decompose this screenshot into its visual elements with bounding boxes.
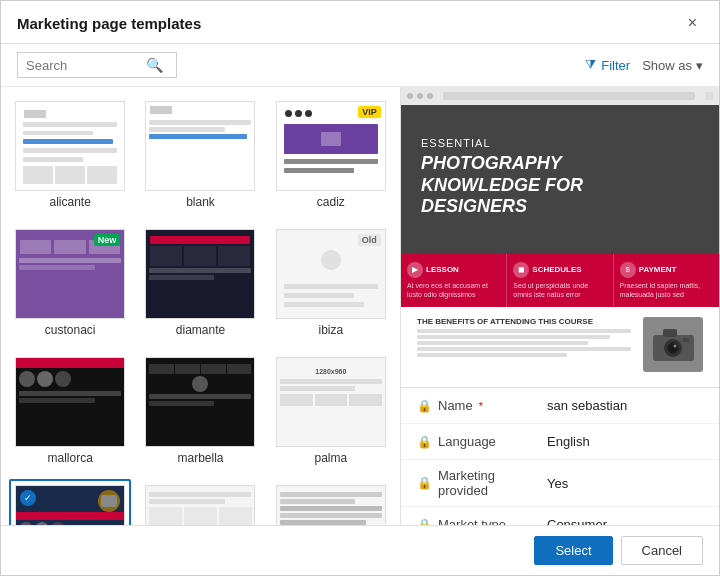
template-name-mallorca: mallorca	[47, 451, 92, 465]
payment-label: PAYMENT	[639, 265, 677, 274]
hero-eyebrow: ESSENTIAL	[421, 137, 699, 149]
preview-course-title: THE BENEFITS OF ATTENDING THIS COURSE	[417, 317, 631, 326]
prop-value-marketing: Yes	[547, 476, 703, 491]
search-box: 🔍	[17, 52, 177, 78]
template-item-mallorca[interactable]: mallorca	[9, 351, 131, 471]
template-thumb-san-sebastian: ✓ 🔍	[15, 485, 125, 525]
feature-row: ▶ LESSON At vero eos et accusam et iusto…	[401, 254, 719, 307]
dialog-body: alicante blank VIP	[1, 87, 719, 525]
template-thumb-sitges	[145, 485, 255, 525]
feature-item-lesson: ▶ LESSON At vero eos et accusam et iusto…	[401, 254, 507, 307]
template-thumb-alicante	[15, 101, 125, 191]
select-button[interactable]: Select	[534, 536, 612, 565]
template-item-diamante[interactable]: diamante	[139, 223, 261, 343]
search-icon-button[interactable]: 🔍	[146, 57, 163, 73]
template-item-blank[interactable]: blank	[139, 95, 261, 215]
schedules-label: SCHEDULES	[532, 265, 581, 274]
browser-dot	[407, 93, 413, 99]
properties-area: 🔒 Name * san sebastian 🔒 Language Englis…	[401, 387, 719, 525]
template-item-palma[interactable]: 1280x960 palma	[270, 351, 392, 471]
browser-url-bar	[443, 92, 695, 100]
prop-label-text-marketing: Marketing provided	[438, 468, 547, 498]
text-line	[417, 341, 588, 345]
template-item-struct-1[interactable]: struct-1	[270, 479, 392, 525]
text-line	[417, 347, 631, 351]
template-thumb-struct-1	[276, 485, 386, 525]
browser-dot	[427, 93, 433, 99]
template-item-cadiz[interactable]: VIP cadiz	[270, 95, 392, 215]
preview-inner: ESSENTIAL PHOTOGRAPHY KNOWLEDGE FOR DESI…	[401, 87, 719, 387]
lesson-icon: ▶	[407, 262, 423, 278]
template-badge-vip: VIP	[358, 106, 381, 118]
prop-row-language: 🔒 Language English	[401, 424, 719, 460]
template-name-palma: palma	[314, 451, 347, 465]
svg-rect-6	[683, 338, 689, 342]
prop-row-marketing: 🔒 Marketing provided Yes	[401, 460, 719, 507]
toolbar: 🔍 ⧩ Filter Show as ▾	[1, 44, 719, 87]
schedules-text: Sed ut perspiciatis unde omnis iste natu…	[513, 281, 606, 299]
preview-hero: ESSENTIAL PHOTOGRAPHY KNOWLEDGE FOR DESI…	[401, 105, 719, 254]
preview-bottom-lines	[417, 329, 631, 357]
template-thumb-custonaci: New	[15, 229, 125, 319]
dialog-header: Marketing page templates ×	[1, 1, 719, 44]
camera-image	[643, 317, 703, 372]
lock-icon: 🔒	[417, 476, 432, 490]
prop-value-market-type: Consumer	[547, 517, 703, 525]
template-item-ibiza[interactable]: Old ibiza	[270, 223, 392, 343]
prop-value-language: English	[547, 434, 703, 449]
filter-icon: ⧩	[585, 57, 596, 73]
prop-label-text-market-type: Market type	[438, 517, 506, 525]
template-thumb-blank	[145, 101, 255, 191]
template-badge-new: New	[94, 234, 121, 246]
browser-control	[705, 92, 713, 100]
hero-title: PHOTOGRAPHY KNOWLEDGE FOR DESIGNERS	[421, 153, 699, 218]
camera-svg	[651, 327, 696, 362]
prop-row-name: 🔒 Name * san sebastian	[401, 388, 719, 424]
search-input[interactable]	[26, 58, 146, 73]
preview-bottom-text: THE BENEFITS OF ATTENDING THIS COURSE	[417, 317, 631, 377]
filter-button[interactable]: ⧩ Filter	[585, 57, 630, 73]
text-line	[417, 353, 567, 357]
template-item-marbella[interactable]: marbella	[139, 351, 261, 471]
detail-panel: ESSENTIAL PHOTOGRAPHY KNOWLEDGE FOR DESI…	[401, 87, 719, 525]
template-thumb-cadiz: VIP	[276, 101, 386, 191]
prop-value-name: san sebastian	[547, 398, 703, 413]
template-item-sitges[interactable]: sitges	[139, 479, 261, 525]
lesson-text: At vero eos et accusam et iusto odio dig…	[407, 281, 500, 299]
text-line	[417, 329, 631, 333]
template-badge-old: Old	[358, 234, 381, 246]
payment-text: Praesent id sapien mattis, malesuada jus…	[620, 281, 713, 299]
templates-grid: alicante blank VIP	[9, 95, 392, 525]
toolbar-right: ⧩ Filter Show as ▾	[585, 57, 703, 73]
lock-icon: 🔒	[417, 399, 432, 413]
preview-bottom: THE BENEFITS OF ATTENDING THIS COURSE	[401, 307, 719, 387]
close-button[interactable]: ×	[682, 13, 703, 33]
required-indicator: *	[479, 400, 483, 412]
template-item-san-sebastian[interactable]: ✓ 🔍 san sebastian	[9, 479, 131, 525]
svg-rect-1	[663, 329, 677, 337]
payment-icon: $	[620, 262, 636, 278]
prop-label-text-name: Name	[438, 398, 473, 413]
prop-row-market-type: 🔒 Market type Consumer	[401, 507, 719, 525]
template-name-custonaci: custonaci	[45, 323, 96, 337]
lock-icon: 🔒	[417, 518, 432, 526]
text-line	[417, 335, 610, 339]
feature-icon-row: ◼ SCHEDULES	[513, 262, 606, 278]
show-as-label: Show as	[642, 58, 692, 73]
browser-dot	[417, 93, 423, 99]
template-thumb-palma: 1280x960	[276, 357, 386, 447]
template-name-blank: blank	[186, 195, 215, 209]
cancel-button[interactable]: Cancel	[621, 536, 703, 565]
schedules-icon: ◼	[513, 262, 529, 278]
chevron-down-icon: ▾	[696, 58, 703, 73]
show-as-button[interactable]: Show as ▾	[642, 58, 703, 73]
template-thumb-marbella	[145, 357, 255, 447]
svg-point-5	[673, 345, 676, 348]
prop-label-language: 🔒 Language	[417, 434, 547, 449]
dialog-footer: Select Cancel	[1, 525, 719, 575]
template-item-alicante[interactable]: alicante	[9, 95, 131, 215]
template-item-custonaci[interactable]: New custonaci	[9, 223, 131, 343]
template-thumb-ibiza: Old	[276, 229, 386, 319]
prop-label-name: 🔒 Name *	[417, 398, 547, 413]
template-name-cadiz: cadiz	[317, 195, 345, 209]
